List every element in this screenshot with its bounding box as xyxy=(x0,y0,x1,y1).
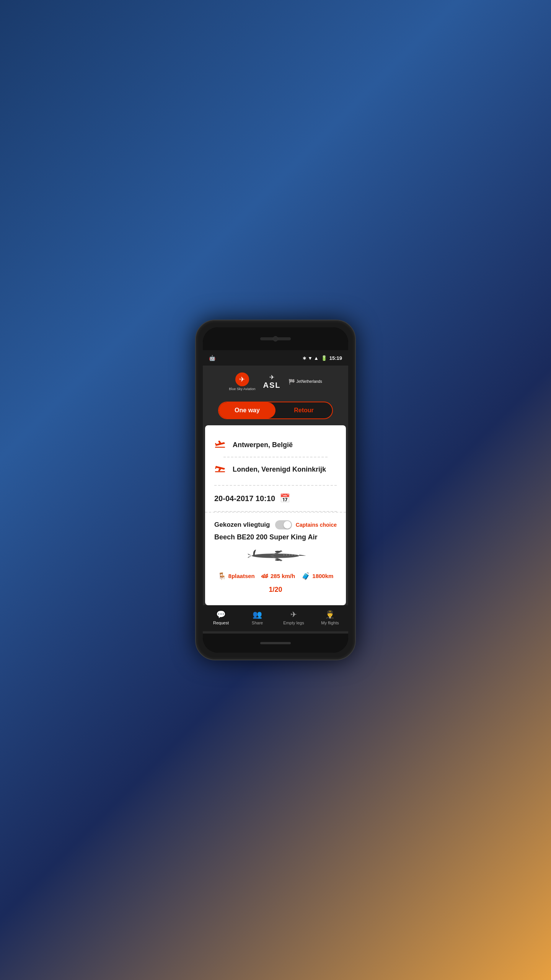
datetime-display: 20-04-2017 10:10 xyxy=(214,494,275,503)
camera xyxy=(273,336,278,341)
empty-legs-label: Empty legs xyxy=(283,621,304,625)
logo-bar: ✈ Blue Sky Aviation ✈ ASL 🏁 JetNetherlan… xyxy=(203,366,348,398)
seats-icon: 🪑 xyxy=(218,572,226,580)
svg-point-5 xyxy=(289,554,290,555)
status-bar: 🤖 ∗ ▾ ▲ 🔋 15:19 xyxy=(203,350,348,366)
jn-text: JetNetherlands xyxy=(297,379,322,384)
share-label: Share xyxy=(252,621,263,625)
bluetooth-icon: ∗ xyxy=(302,355,306,361)
flight-type-toggle: One way Retour xyxy=(203,398,348,425)
pagination: 1/20 xyxy=(214,586,337,598)
svg-rect-1 xyxy=(215,471,225,472)
arrival-city: Londen, Verenigd Koninkrijk xyxy=(233,466,326,474)
jn-flag-icon: 🏁 xyxy=(289,379,295,385)
aircraft-specs: 🪑 8plaatsen 🏎 285 km/h 🧳 1800km xyxy=(214,572,337,580)
my-flights-icon: 👨‍✈️ xyxy=(325,610,335,619)
empty-legs-icon: ✈ xyxy=(290,610,297,619)
range-spec: 🧳 1800km xyxy=(302,572,333,580)
speed-value: 285 km/h xyxy=(271,573,295,579)
speed-icon: 🏎 xyxy=(261,572,268,580)
status-left: 🤖 xyxy=(209,355,215,361)
request-icon: 💬 xyxy=(216,610,226,619)
svg-point-3 xyxy=(275,551,281,552)
bottom-bezel xyxy=(203,634,348,653)
arrival-icon xyxy=(214,463,227,476)
svg-point-6 xyxy=(286,554,287,555)
retour-button[interactable]: Retour xyxy=(276,402,332,418)
aircraft-header: Gekozen vliegtuig Captains choice xyxy=(214,520,337,529)
calendar-icon[interactable]: 📅 xyxy=(280,493,290,503)
aircraft-image xyxy=(214,547,337,564)
phone-frame: 🤖 ∗ ▾ ▲ 🔋 15:19 ✈ Blue Sky Aviation xyxy=(195,320,356,660)
phone-screen: 🤖 ∗ ▾ ▲ 🔋 15:19 ✈ Blue Sky Aviation xyxy=(203,327,348,653)
departure-city: Antwerpen, België xyxy=(233,441,293,449)
my-flights-label: My flights xyxy=(321,621,339,625)
departure-icon xyxy=(214,438,227,451)
app-content: ✈ Blue Sky Aviation ✈ ASL 🏁 JetNetherlan… xyxy=(203,366,348,634)
svg-point-8 xyxy=(292,554,293,555)
aircraft-name: Beech BE20 200 Super King Air xyxy=(214,533,337,541)
date-section: 20-04-2017 10:10 📅 xyxy=(205,486,346,511)
seats-value: 8plaatsen xyxy=(228,573,255,579)
nav-empty-legs[interactable]: ✈ Empty legs xyxy=(280,610,307,625)
bottom-navigation: 💬 Request 👥 Share ✈ Empty legs 👨‍✈️ My f… xyxy=(203,605,348,631)
nav-share[interactable]: 👥 Share xyxy=(244,610,271,625)
aircraft-svg xyxy=(245,547,306,564)
share-icon: 👥 xyxy=(253,610,262,619)
bsa-icon: ✈ xyxy=(235,372,249,386)
blue-sky-logo: ✈ Blue Sky Aviation xyxy=(229,372,255,391)
time-display: 15:19 xyxy=(329,355,342,361)
signal-icon: ▲ xyxy=(314,355,319,361)
route-section: Antwerpen, België xyxy=(205,425,346,485)
date-row[interactable]: 20-04-2017 10:10 📅 xyxy=(214,493,337,503)
bsa-text: Blue Sky Aviation xyxy=(229,387,255,391)
battery-icon: 🔋 xyxy=(321,355,327,361)
asl-plane-icon: ✈ xyxy=(269,374,274,381)
notification-icon: 🤖 xyxy=(209,355,215,361)
nav-my-flights[interactable]: 👨‍✈️ My flights xyxy=(317,610,344,625)
svg-point-9 xyxy=(294,554,295,555)
seats-spec: 🪑 8plaatsen xyxy=(218,572,255,580)
toggle-knob xyxy=(284,521,291,529)
request-label: Request xyxy=(213,621,229,625)
aircraft-section: Gekozen vliegtuig Captains choice Beech … xyxy=(205,512,346,605)
captains-choice-label: Captains choice xyxy=(296,522,337,528)
arrival-row[interactable]: Londen, Verenigd Koninkrijk xyxy=(214,457,337,481)
nav-request[interactable]: 💬 Request xyxy=(208,610,235,625)
captains-choice-toggle[interactable] xyxy=(275,520,292,529)
wifi-icon: ▾ xyxy=(309,355,311,361)
main-card: Antwerpen, België xyxy=(205,425,346,605)
range-icon: 🧳 xyxy=(302,572,310,580)
asl-text: ASL xyxy=(263,381,281,390)
range-value: 1800km xyxy=(312,573,333,579)
jet-netherlands-logo: 🏁 JetNetherlands xyxy=(289,379,322,385)
home-indicator xyxy=(260,642,291,644)
speed-spec: 🏎 285 km/h xyxy=(261,572,295,580)
svg-rect-0 xyxy=(215,447,225,448)
toggle-container: One way Retour xyxy=(218,402,333,419)
svg-point-7 xyxy=(283,554,284,555)
captains-choice-area: Captains choice xyxy=(275,520,337,529)
top-bezel xyxy=(203,327,348,350)
one-way-button[interactable]: One way xyxy=(219,402,276,418)
status-right: ∗ ▾ ▲ 🔋 15:19 xyxy=(302,355,342,361)
aircraft-label: Gekozen vliegtuig xyxy=(214,521,270,529)
asl-logo: ✈ ASL xyxy=(263,374,281,390)
svg-point-4 xyxy=(275,559,281,561)
departure-row[interactable]: Antwerpen, België xyxy=(214,433,337,457)
